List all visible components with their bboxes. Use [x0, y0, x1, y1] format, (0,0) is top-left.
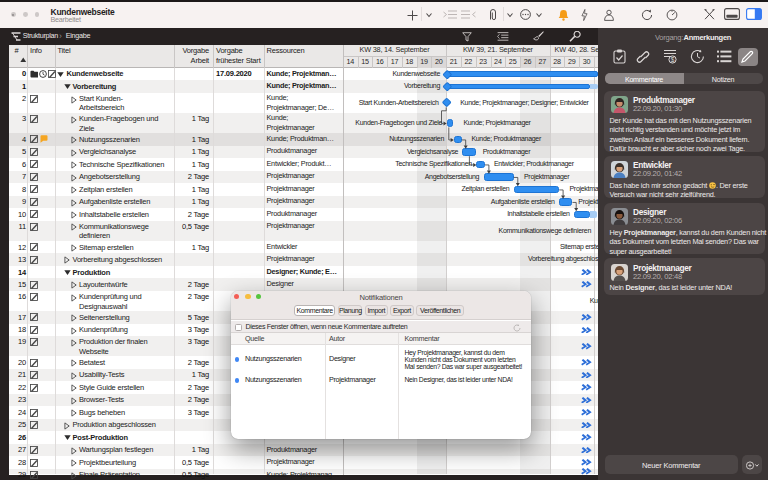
svg-text:$: $ — [671, 56, 675, 63]
